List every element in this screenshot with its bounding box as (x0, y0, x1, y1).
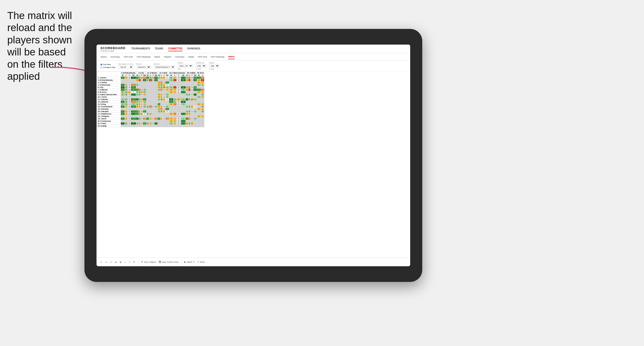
sub-w-7: W (197, 74, 201, 77)
cell-10-0: 2 (121, 101, 125, 103)
cell-8-1 (125, 96, 128, 98)
cell-14-1: 1 (125, 110, 128, 113)
cell-10-20 (186, 101, 188, 103)
share-btn[interactable]: ↗Share (197, 261, 205, 263)
cell-15-6: 1 (141, 113, 143, 115)
cell-11-14 (163, 103, 166, 106)
nav-items: TOURNAMENTS TEAMS COMMITTEE RANKINGS (131, 46, 200, 51)
cell-1-2 (128, 79, 131, 81)
subnav-h2hgrid2[interactable]: H2H Grid (198, 55, 207, 59)
cell-19-6: 0 (141, 122, 143, 125)
grid-btn[interactable]: ⊞ (120, 261, 122, 263)
cell-6-5: 0 (138, 91, 141, 93)
cell-17-19: 4 (181, 118, 186, 120)
region-select[interactable]: East - DII (178, 64, 193, 68)
eq-btn[interactable]: = (124, 261, 126, 263)
compact-view-radio[interactable]: Compact View (100, 66, 115, 68)
matrix-area[interactable]: 2. M Kelly Mulcahy 6. A Dy 11. G Woods 2… (96, 72, 410, 258)
cell-5-3: 18 (131, 89, 136, 91)
cell-5-18: 0 (176, 89, 181, 91)
cell-11-12: 3 (158, 103, 160, 106)
cell-4-20: 1 (186, 86, 188, 89)
undo-btn[interactable]: ↩ (100, 261, 102, 263)
gender-select[interactable]: Women's (136, 65, 151, 69)
cell-3-14: 1 (163, 84, 166, 86)
subnav-matrix2[interactable]: Matrix (228, 54, 235, 59)
cell-15-9: 1 (149, 113, 152, 115)
conference-select[interactable]: (All) (196, 64, 206, 68)
subnav-matrix[interactable]: Matrix (154, 55, 160, 59)
cell-4-5 (138, 86, 141, 89)
max-players-select[interactable]: Top 25 (118, 65, 133, 69)
cell-20-0 (121, 125, 125, 127)
cell-18-6 (141, 120, 143, 122)
watch-btn[interactable]: ▶Watch▾ (184, 261, 194, 263)
cell-3-22 (190, 84, 194, 86)
cell-6-22 (190, 91, 194, 93)
subnav-summary[interactable]: Summary (111, 55, 120, 59)
cell-7-23: 8 (194, 93, 197, 96)
subnav-players[interactable]: Players (164, 55, 171, 59)
cell-4-8 (146, 86, 149, 89)
cell-8-7 (143, 96, 146, 98)
subnav-h2hheatmap2[interactable]: H2H Heatmap (211, 55, 224, 59)
cell-19-19: 9 (181, 122, 186, 125)
cell-12-3: 14 (131, 106, 136, 108)
cell-10-4: 1 (136, 101, 138, 103)
cell-20-11 (154, 125, 158, 127)
cell-2-14: 0 (163, 81, 166, 84)
cell-7-21: 0 (188, 93, 190, 96)
cell-16-3 (131, 115, 136, 118)
toolbar-sep-1 (138, 260, 138, 264)
cell-5-16: 0 (169, 89, 173, 91)
subnav-summary2[interactable]: Summary (175, 55, 184, 59)
cell-0-16: 1 (169, 77, 173, 79)
subnav-teams[interactable]: Teams (100, 55, 107, 59)
cell-19-11: 10 (154, 122, 158, 125)
subnav-detail[interactable]: Detail (188, 55, 194, 59)
clock-btn[interactable]: ⏱ (133, 261, 135, 263)
cell-0-10: 1 (152, 77, 154, 79)
col-group-7: 60. W Za (197, 72, 204, 74)
cell-12-0: 3 (121, 106, 125, 108)
table-row: 17. D Ballesteros3108201011020701 (97, 113, 204, 115)
subnav-h2hgrid[interactable]: H2H Grid (124, 55, 133, 59)
logo-area: SCOREBOARD Powered by clippd (100, 46, 126, 52)
view-original-btn[interactable]: 👁View: Original (141, 261, 156, 263)
cell-16-4 (136, 115, 138, 118)
logo-sub: Powered by clippd (100, 50, 126, 52)
cell-10-25 (201, 101, 204, 103)
redo-btn[interactable]: ↪ (105, 261, 107, 263)
cell-19-7: 14 (143, 122, 146, 125)
add-btn[interactable]: ⊕ (115, 261, 117, 263)
back-btn[interactable]: ↩ (110, 261, 112, 263)
nav-tournaments[interactable]: TOURNAMENTS (131, 46, 150, 51)
division-select[interactable]: NCAA Division II (154, 65, 175, 69)
cell-18-17: 1 (173, 120, 176, 122)
cell-4-21: 3 (188, 86, 190, 89)
cell-13-12: 0 (158, 108, 160, 110)
full-view-radio[interactable]: Full View (100, 63, 115, 66)
cell-2-1 (125, 81, 128, 84)
cell-9-1: 0 (125, 98, 128, 101)
cell-11-15 (166, 103, 169, 106)
cell-11-25: 1 (201, 103, 204, 106)
cell-6-0: 0 (121, 91, 125, 93)
cell-16-5 (138, 115, 141, 118)
sub-l-3: L (149, 74, 152, 77)
nav-teams[interactable]: TEAMS (155, 46, 163, 51)
cell-15-2: 0 (128, 113, 131, 115)
nav-committee[interactable]: COMMITTEE (168, 46, 183, 51)
cell-13-1 (125, 108, 128, 110)
cell-10-14 (163, 101, 166, 103)
row-header-9: 11. G Woods (97, 98, 121, 101)
plus-btn[interactable]: + (128, 261, 130, 263)
cell-13-9 (149, 108, 152, 110)
save-custom-view-btn[interactable]: 💾Save Custom View (159, 261, 178, 263)
subnav-h2hheatmap[interactable]: H2H Heatmap (137, 55, 150, 59)
nav-rankings[interactable]: RANKINGS (188, 46, 200, 51)
players-select[interactable]: (All) (209, 64, 219, 68)
cell-10-1: 0 (125, 101, 128, 103)
row-header-3: 4. A Nomrowski (97, 84, 121, 86)
cell-10-17: 0 (173, 101, 176, 103)
